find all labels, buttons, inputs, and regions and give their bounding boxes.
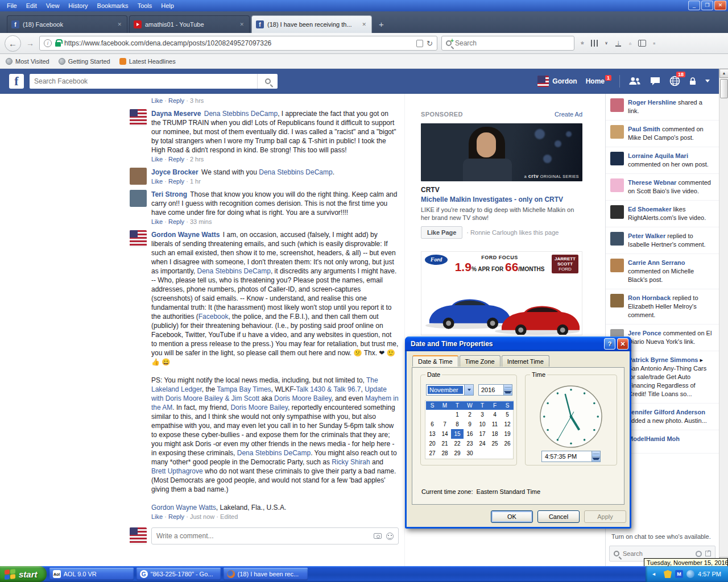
calendar-day[interactable]: 8 [451, 419, 464, 429]
profile-link[interactable]: Gordon [537, 76, 577, 87]
calendar-day[interactable]: 17 [476, 429, 489, 439]
inline-link[interactable]: Dena Stebbins DeCamp [259, 168, 332, 176]
ticker-name[interactable]: Lorraine Aquila Mari [628, 152, 688, 159]
month-dropdown-icon[interactable] [464, 385, 473, 395]
calendar-day[interactable]: 28 [439, 448, 451, 458]
year-spinner[interactable]: 2016 [478, 384, 512, 396]
calendar-day[interactable]: 22 [451, 439, 464, 448]
bookmark-item[interactable]: Latest Headlines [119, 58, 176, 65]
scrollbar[interactable]: ▲ ▼ [719, 69, 728, 566]
user-avatar[interactable] [130, 230, 147, 247]
ad-title-link[interactable]: Michelle Malkin Investigates - only on C… [421, 196, 582, 203]
comment-reply-link[interactable]: Reply [168, 97, 184, 104]
calendar-day[interactable]: 23 [464, 439, 476, 448]
bookmark-star-icon[interactable]: ☆ [578, 39, 586, 47]
friend-requests-icon[interactable] [628, 77, 641, 85]
calendar-day[interactable]: 14 [439, 429, 451, 439]
ok-button[interactable]: OK [491, 510, 533, 523]
calendar-day[interactable]: 16 [464, 429, 476, 439]
tab-close-icon[interactable]: ✕ [116, 20, 123, 28]
browser-search-input[interactable] [455, 39, 570, 47]
comment-like-link[interactable]: Like [151, 156, 163, 163]
facebook-logo[interactable]: f [9, 74, 24, 89]
comment-author[interactable]: Teri Strong [151, 190, 187, 198]
hamburger-menu-icon[interactable]: ≡ [650, 39, 658, 47]
calendar-day[interactable]: 1 [451, 410, 464, 419]
comment-author[interactable]: Joyce Brocker [151, 168, 198, 176]
comment-reply-link[interactable]: Reply [168, 156, 184, 163]
home-link[interactable]: Home 1 [586, 77, 611, 85]
calendar-day[interactable]: 11 [489, 419, 501, 429]
menu-item[interactable]: History [64, 1, 92, 11]
tab-close-icon[interactable]: ✕ [361, 20, 367, 28]
comment-like-link[interactable]: Like [151, 97, 163, 104]
calendar-day[interactable]: 21 [439, 439, 451, 448]
scroll-up-icon[interactable]: ▲ [719, 69, 728, 78]
inline-link[interactable]: Facebook [198, 313, 229, 321]
ticker-name[interactable]: ModelHamid Moh [628, 435, 680, 442]
comment-author[interactable]: Dayna Meserve [151, 110, 201, 118]
library-icon[interactable] [590, 39, 598, 47]
ticker-name[interactable]: Paul Smith [628, 126, 660, 132]
inline-link[interactable]: Doris Moore Bailey [230, 404, 287, 411]
scrollbar-thumb[interactable] [720, 79, 728, 98]
gear-icon[interactable] [696, 551, 702, 557]
ticker-name[interactable]: Patrick Byrne Simmons [628, 356, 698, 363]
inline-link[interactable]: Ricky Shirah [332, 458, 370, 466]
calendar-day[interactable]: 5 [501, 410, 514, 419]
facebook-search-button[interactable] [257, 74, 278, 89]
menu-item[interactable]: Help [156, 1, 179, 11]
apply-button[interactable]: Apply [584, 510, 626, 523]
minimize-button[interactable]: _ [688, 1, 700, 10]
dialog-close-icon[interactable]: ✕ [617, 338, 628, 350]
ticker-name[interactable]: Carrie Ann Serrano [628, 259, 685, 266]
comment-author[interactable]: Gordon Wayne Watts [151, 231, 220, 239]
url-bar[interactable]: i ↻ [39, 36, 437, 51]
year-down-icon[interactable] [504, 390, 512, 396]
dialog-tab[interactable]: Date & Time [412, 355, 458, 367]
notifications-icon[interactable]: 18 [669, 76, 680, 86]
user-avatar[interactable] [130, 190, 147, 207]
browser-tab[interactable]: amathis01 - YouTube✕ [129, 15, 250, 33]
ticker-item[interactable]: Paul Smith commented on Mike Del Campo's… [606, 120, 719, 147]
calendar-day[interactable]: 29 [451, 448, 464, 458]
time-down-icon[interactable] [592, 457, 600, 462]
taskbar-button[interactable]: (18) I have been rec... [224, 568, 308, 580]
facebook-search[interactable] [30, 74, 278, 89]
calendar-day[interactable]: 26 [501, 439, 514, 448]
ticker-name[interactable]: Jere Ponce [628, 330, 661, 336]
time-up-icon[interactable] [592, 451, 600, 457]
ticker-name[interactable]: Peter Walker [628, 232, 665, 239]
facebook-search-input[interactable] [30, 77, 257, 85]
calendar-day[interactable]: 12 [501, 419, 514, 429]
ticker-name[interactable]: Ed Shoemaker [628, 206, 671, 213]
tray-shield-icon[interactable] [664, 570, 672, 578]
comment-like-link[interactable]: Like [151, 178, 163, 185]
month-select[interactable]: November [426, 384, 474, 396]
calendar-day[interactable]: 13 [426, 429, 439, 439]
download-icon[interactable]: ↓ [614, 39, 622, 47]
comment-reply-link[interactable]: Reply [168, 218, 184, 225]
calendar-day[interactable]: 2 [464, 410, 476, 419]
close-button[interactable]: ✕ [714, 1, 726, 10]
comment-reply-link[interactable]: Reply [168, 513, 184, 520]
dialog-tab[interactable]: Time Zone [460, 355, 500, 367]
comment-like-link[interactable]: Like [151, 218, 163, 225]
inline-link[interactable]: Tampa Bay Times [217, 385, 271, 393]
inline-link[interactable]: Doris Moore Bailey [274, 394, 331, 402]
ford-ad[interactable]: Ford FORD FOCUS 1.9% APR FOR 66/MONTHS J… [421, 251, 582, 335]
bookmark-item[interactable]: Getting Started [59, 58, 110, 65]
home-icon[interactable]: ⌂ [626, 39, 634, 47]
ticker-name[interactable]: Jennifer Gilford Anderson [628, 409, 705, 415]
new-tab-button[interactable]: + [374, 17, 389, 33]
comment-reply-link[interactable]: Reply [168, 178, 184, 185]
taskbar-button[interactable]: G"863-225-1780" - Go... [136, 568, 221, 580]
menu-item[interactable]: Bookmarks [93, 1, 133, 11]
calendar-day[interactable]: 9 [464, 419, 476, 429]
browser-tab[interactable]: f(18) I have been receiving th...✕ [251, 15, 372, 33]
taskbar-button[interactable]: AolAOL 9.0 VR [49, 568, 134, 580]
inline-link[interactable]: Talk 1430 & Talk 96.7 [296, 385, 361, 393]
menu-item[interactable]: Tools [133, 1, 157, 11]
sidebar-icon[interactable] [638, 39, 646, 47]
calendar-day[interactable]: 10 [476, 419, 489, 429]
